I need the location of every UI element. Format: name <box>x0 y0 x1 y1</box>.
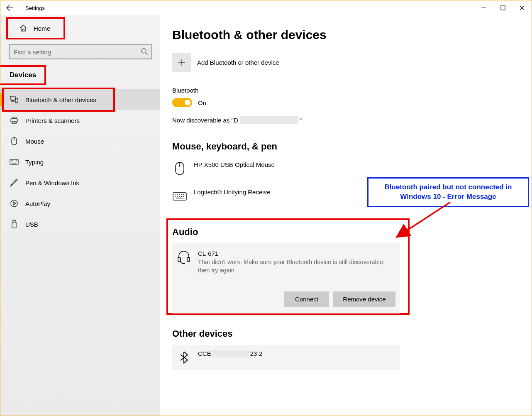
remove-device-button[interactable]: Remove device <box>333 291 395 307</box>
sidebar: Home Devices Bluetooth & other device <box>0 15 160 416</box>
sidebar-item-usb[interactable]: USB <box>0 214 160 235</box>
sidebar-item-mouse[interactable]: Mouse <box>0 131 160 152</box>
keyboard-icon <box>172 188 187 203</box>
svg-point-22 <box>184 263 185 264</box>
sidebar-item-bluetooth-devices[interactable]: Bluetooth & other devices <box>0 89 160 110</box>
add-device-label: Add Bluetooth or other device <box>197 59 279 66</box>
audio-error-text: That didn't work. Make sure your Bluetoo… <box>198 258 395 275</box>
nav-label: Mouse <box>25 138 44 145</box>
printer-icon <box>10 116 19 125</box>
nav-label: USB <box>25 221 38 228</box>
search-icon <box>141 48 148 55</box>
audio-device-name: CL-671 <box>198 250 395 257</box>
sidebar-item-typing[interactable]: Typing <box>0 152 160 172</box>
audio-device-card[interactable]: CL-671 That didn't work. Make sure your … <box>172 243 400 313</box>
main-content: Bluetooth & other devices Add Bluetooth … <box>160 15 532 416</box>
mouse-icon <box>172 161 187 176</box>
home-icon <box>19 24 28 33</box>
mouse-icon <box>10 137 19 146</box>
headset-icon <box>176 250 191 265</box>
settings-window: Settings Home <box>0 0 532 416</box>
redacted-text <box>240 116 298 124</box>
page-title: Bluetooth & other devices <box>172 28 519 42</box>
group-heading-other: Other devices <box>172 328 519 339</box>
svg-rect-7 <box>11 119 17 122</box>
minimize-icon <box>481 5 486 10</box>
titlebar: Settings <box>0 0 532 15</box>
close-icon <box>520 5 525 10</box>
connect-button[interactable]: Connect <box>284 291 329 307</box>
redacted-text <box>212 350 249 357</box>
pen-icon <box>10 178 19 187</box>
arrow-left-icon <box>6 4 14 12</box>
discoverable-text: Now discoverable as "D " <box>172 116 519 124</box>
maximize-icon <box>500 5 505 10</box>
add-device-button[interactable]: Add Bluetooth or other device <box>172 53 519 72</box>
back-button[interactable] <box>3 1 17 15</box>
sidebar-item-pen[interactable]: Pen & Windows Ink <box>0 172 160 193</box>
svg-rect-0 <box>501 6 505 10</box>
sidebar-item-printers[interactable]: Printers & scanners <box>0 110 160 131</box>
nav-label: Pen & Windows Ink <box>25 179 79 186</box>
sidebar-home[interactable]: Home <box>9 20 63 37</box>
bluetooth-label: Bluetooth <box>172 87 519 94</box>
svg-rect-20 <box>178 257 181 262</box>
plus-icon <box>172 53 191 72</box>
bluetooth-devices-icon <box>10 95 19 104</box>
svg-rect-6 <box>12 117 16 119</box>
device-name: HP X500 USB Optical Mouse <box>194 161 275 168</box>
close-button[interactable] <box>512 1 532 15</box>
nav-label: Printers & scanners <box>25 117 80 124</box>
autoplay-icon <box>10 199 19 208</box>
svg-rect-21 <box>187 257 190 262</box>
device-row[interactable]: Logitech® Unifying Receive <box>172 185 519 213</box>
svg-point-1 <box>142 49 146 53</box>
home-label: Home <box>34 25 50 32</box>
group-heading-mouse: Mouse, keyboard, & pen <box>172 141 519 152</box>
svg-rect-13 <box>13 220 15 222</box>
device-name-prefix: CCE <box>198 350 211 357</box>
window-title: Settings <box>25 5 45 11</box>
nav-label: Bluetooth & other devices <box>25 96 96 103</box>
svg-rect-2 <box>10 96 15 100</box>
bluetooth-state: On <box>198 99 206 106</box>
sidebar-category: Devices <box>0 67 44 83</box>
minimize-button[interactable] <box>474 1 493 15</box>
sidebar-item-autoplay[interactable]: AutoPlay <box>0 193 160 214</box>
svg-rect-3 <box>12 100 14 101</box>
device-name: Logitech® Unifying Receive <box>194 188 270 196</box>
maximize-button[interactable] <box>493 1 512 15</box>
search-input[interactable] <box>9 44 152 59</box>
nav-label: Typing <box>25 159 44 166</box>
bluetooth-toggle[interactable] <box>172 98 192 107</box>
bluetooth-icon <box>176 350 191 365</box>
device-name-suffix: 23-2 <box>250 350 263 357</box>
group-heading-audio: Audio <box>172 227 411 237</box>
svg-point-5 <box>16 102 17 103</box>
device-row[interactable]: HP X500 USB Optical Mouse <box>172 158 519 185</box>
svg-rect-14 <box>12 222 16 228</box>
device-row[interactable]: CCE 23-2 <box>172 345 400 370</box>
svg-point-12 <box>11 200 17 207</box>
usb-icon <box>10 220 19 229</box>
svg-rect-8 <box>12 121 16 124</box>
nav-label: AutoPlay <box>25 200 50 207</box>
keyboard-icon <box>10 157 19 166</box>
